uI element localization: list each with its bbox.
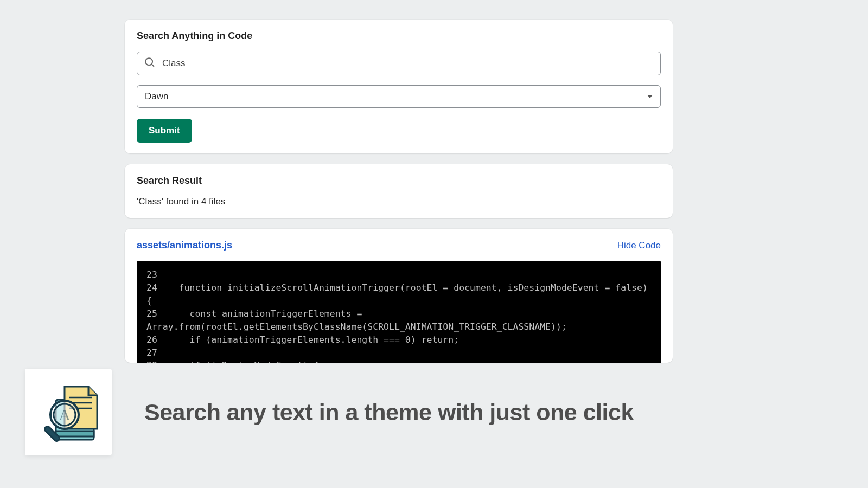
hide-code-button[interactable]: Hide Code xyxy=(617,240,661,251)
tagline: Search any text in a theme with just one… xyxy=(144,399,634,426)
result-panel: Search Result 'Class' found in 4 files xyxy=(125,164,673,218)
search-document-icon: A xyxy=(33,377,104,447)
submit-button[interactable]: Submit xyxy=(137,119,192,143)
footer: A Search any text in a theme with just o… xyxy=(25,369,634,455)
file-result-card: assets/animations.js Hide Code 23 24 fun… xyxy=(125,229,673,363)
result-summary: 'Class' found in 4 files xyxy=(137,196,661,207)
theme-select-value: Dawn xyxy=(145,91,168,102)
theme-select[interactable]: Dawn xyxy=(137,85,661,108)
search-panel: Search Anything in Code Dawn Submit xyxy=(125,20,673,153)
file-path-link[interactable]: assets/animations.js xyxy=(137,240,232,251)
search-icon xyxy=(144,56,156,70)
search-input[interactable] xyxy=(162,58,654,69)
svg-line-1 xyxy=(151,64,154,66)
chevron-down-icon xyxy=(647,95,653,98)
search-input-container[interactable] xyxy=(137,52,661,75)
result-panel-title: Search Result xyxy=(137,175,661,187)
search-panel-title: Search Anything in Code xyxy=(137,30,661,42)
svg-rect-3 xyxy=(56,431,94,436)
svg-text:A: A xyxy=(59,406,71,423)
app-logo: A xyxy=(25,369,112,455)
code-block: 23 24 function initializeScrollAnimation… xyxy=(137,261,661,363)
